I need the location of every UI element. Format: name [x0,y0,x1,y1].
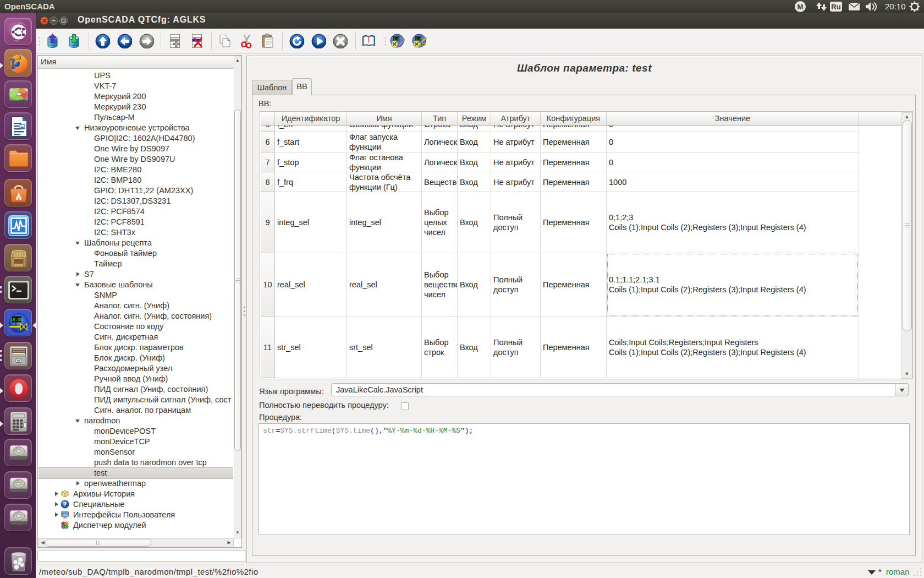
svg-text:10.95: 10.95 [392,37,401,41]
svg-text:20:10: 20:10 [885,2,906,11]
svg-text:?: ? [63,501,67,508]
svg-text:10.95: 10.95 [10,318,23,322]
svg-text:Ru: Ru [831,3,840,11]
svg-text:10.95: 10.95 [414,37,423,41]
svg-text:M: M [798,3,804,11]
